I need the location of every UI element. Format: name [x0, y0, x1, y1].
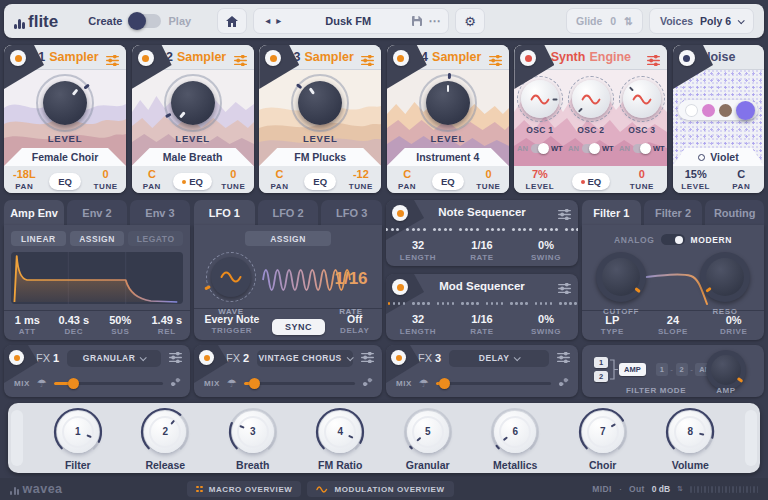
sample-name[interactable]: Female Choir	[4, 148, 126, 166]
level-knob[interactable]	[36, 74, 94, 132]
voices-value[interactable]: Poly 6	[700, 15, 731, 27]
delay-value[interactable]: Off	[327, 314, 382, 325]
seq-step-group[interactable]	[512, 228, 532, 231]
channel-power-button[interactable]	[679, 50, 695, 66]
lfo-wave-knob[interactable]	[206, 252, 256, 302]
tab-lfo-2[interactable]: LFO 2	[258, 200, 319, 225]
seq-step[interactable]	[574, 302, 577, 305]
seq-step-group[interactable]	[437, 302, 455, 305]
sync-button[interactable]: SYNC	[272, 319, 325, 335]
more-menu-icon[interactable]: ⋯	[428, 15, 440, 27]
seq-step[interactable]	[540, 302, 543, 305]
rate-value[interactable]: 1/16	[450, 314, 514, 325]
seq-step[interactable]	[564, 302, 567, 305]
linear-button[interactable]: LINEAR	[11, 231, 66, 246]
fx-power-button[interactable]	[391, 350, 406, 365]
sample-name[interactable]: FM Plucks	[259, 148, 381, 166]
noise-color-selector[interactable]	[678, 100, 758, 120]
slider-thumb[interactable]	[439, 378, 450, 389]
analog-modern-toggle[interactable]	[661, 234, 685, 245]
fx3-mix-slider[interactable]	[436, 382, 551, 385]
channel-settings-icon[interactable]	[647, 52, 660, 70]
seq-step[interactable]	[518, 228, 521, 231]
seq-step[interactable]	[449, 228, 452, 231]
tab-filter-2[interactable]: Filter 2	[644, 200, 703, 225]
filter1-box[interactable]: 1	[594, 357, 608, 368]
seq-step[interactable]	[510, 302, 513, 305]
seq-step-group[interactable]	[459, 228, 479, 231]
envelope-graph[interactable]	[11, 252, 183, 304]
save-icon[interactable]	[412, 16, 422, 26]
synth-level-value[interactable]: 7%	[514, 169, 565, 180]
sample-name[interactable]: Male Breath	[132, 148, 254, 166]
osc3-an-wt-toggle[interactable]: ANWT	[619, 144, 665, 153]
prev-preset-button[interactable]: ◂	[262, 16, 273, 26]
eq-button[interactable]: EQ	[572, 173, 611, 190]
length-value[interactable]: 32	[386, 314, 450, 325]
macro-granular[interactable]: 5 Granular	[402, 406, 454, 471]
next-preset-button[interactable]: ▸	[273, 16, 284, 26]
channel-power-button[interactable]	[10, 50, 26, 66]
sequencer-power-button[interactable]	[392, 205, 408, 221]
release-value[interactable]: 1.49 s	[144, 315, 191, 326]
seq-step[interactable]	[417, 228, 420, 231]
seq-step[interactable]	[386, 228, 388, 231]
seq-step-group[interactable]	[535, 302, 553, 305]
reso-knob[interactable]	[700, 252, 750, 302]
mod-step-display[interactable]	[386, 302, 578, 305]
macro-fm-ratio[interactable]: 4 FM Ratio	[314, 406, 366, 471]
seq-step-group[interactable]	[412, 302, 430, 305]
seq-step[interactable]	[559, 302, 562, 305]
seq-step[interactable]	[569, 302, 572, 305]
seq-step[interactable]	[406, 228, 409, 231]
mode-toggle[interactable]	[129, 14, 161, 28]
seq-step[interactable]	[422, 302, 425, 305]
seq-step[interactable]	[396, 228, 399, 231]
macro-metallics[interactable]: 6 Metallics	[489, 406, 541, 471]
trigger-value[interactable]: Every Note	[194, 314, 270, 325]
noise-pan-value[interactable]: C	[718, 169, 764, 180]
tab-routing[interactable]: Routing	[705, 200, 764, 225]
seq-step[interactable]	[471, 302, 474, 305]
tab-filter-1[interactable]: Filter 1	[582, 200, 641, 225]
pan-value[interactable]: C	[387, 169, 428, 180]
sustain-value[interactable]: 50%	[97, 315, 144, 326]
seq-step[interactable]	[476, 228, 479, 231]
macro-page-left[interactable]	[11, 410, 23, 466]
seq-step[interactable]	[576, 228, 578, 231]
seq-step-group[interactable]	[565, 228, 578, 231]
seq-step[interactable]	[423, 228, 426, 231]
seq-step[interactable]	[398, 302, 401, 305]
seq-step[interactable]	[412, 302, 415, 305]
fx-settings-icon[interactable]	[361, 349, 374, 367]
seq-step[interactable]	[403, 302, 406, 305]
seq-step[interactable]	[459, 228, 462, 231]
seq-step[interactable]	[539, 228, 542, 231]
fx-power-button[interactable]	[199, 350, 214, 365]
fx2-mix-slider[interactable]	[244, 382, 355, 385]
slider-thumb[interactable]	[249, 378, 260, 389]
stepper-icon[interactable]: ⇅	[624, 15, 633, 27]
modulation-overview-button[interactable]: MODULATION OVERVIEW	[307, 481, 453, 497]
seq-step[interactable]	[452, 302, 455, 305]
seq-step[interactable]	[512, 228, 515, 231]
seq-step[interactable]	[525, 302, 528, 305]
macro-choir[interactable]: 7 Choir	[577, 406, 629, 471]
sequencer-power-button[interactable]	[392, 279, 408, 295]
noise-swatch-brown[interactable]	[719, 104, 732, 117]
tune-value[interactable]: 0	[213, 169, 254, 180]
osc1-an-wt-toggle[interactable]: ANWT	[517, 144, 563, 153]
channel-power-button[interactable]	[393, 50, 409, 66]
pan-value[interactable]: -18L	[4, 169, 45, 180]
seq-step[interactable]	[465, 228, 468, 231]
noise-level-value[interactable]: 15%	[673, 169, 719, 180]
rate-value[interactable]: 1/16	[450, 240, 514, 251]
seq-step[interactable]	[555, 228, 558, 231]
fx-settings-icon[interactable]	[557, 349, 570, 367]
seq-step[interactable]	[412, 228, 415, 231]
preset-browser[interactable]: ◂ ▸ Dusk FM ⋯	[253, 8, 449, 34]
tune-value[interactable]: 0	[468, 169, 509, 180]
assign-button[interactable]: ASSIGN	[70, 231, 125, 246]
seq-step[interactable]	[502, 228, 505, 231]
stepper-icon[interactable]: ⇅	[677, 485, 683, 493]
